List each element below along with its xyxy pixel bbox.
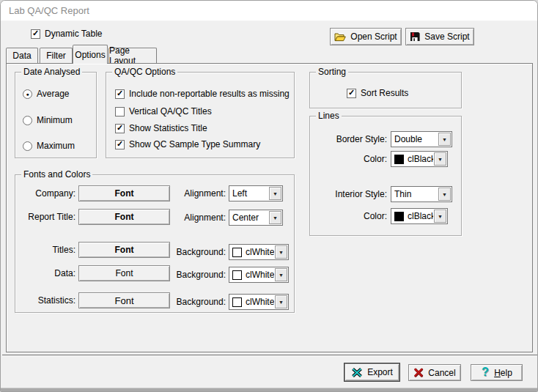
floppy-disk-icon (410, 32, 420, 42)
statistics-font-button[interactable]: Font (78, 292, 170, 308)
open-script-label: Open Script (350, 32, 397, 42)
border-style-label: Border Style: (317, 131, 387, 147)
window-title: Lab QA/QC Report (9, 5, 89, 16)
interior-color-value: clBlack (408, 211, 433, 221)
svg-text:?: ? (482, 366, 489, 378)
radio-average-label: Average (37, 89, 69, 99)
chevron-down-icon[interactable]: ▼ (275, 245, 287, 259)
data-background-select[interactable]: clWhite ▼ (229, 267, 289, 283)
radio-minimum[interactable] (23, 116, 32, 125)
color-swatch (232, 297, 242, 307)
border-color-value: clBlack (408, 154, 433, 164)
nonreportable-checkbox[interactable]: ✓ (115, 89, 125, 99)
titles-background-select[interactable]: clWhite ▼ (229, 244, 289, 260)
statistics-background-value: clWhite (246, 297, 274, 307)
data-font-button[interactable]: Font (78, 265, 170, 281)
chevron-down-icon[interactable]: ▼ (269, 187, 281, 200)
open-folder-icon (334, 32, 346, 42)
chevron-down-icon[interactable]: ▼ (434, 210, 446, 223)
chevron-down-icon[interactable]: ▼ (438, 133, 451, 146)
radio-maximum-label: Maximum (37, 141, 75, 151)
statistics-label: Statistics: (17, 292, 75, 308)
check-icon: ✓ (32, 29, 39, 37)
help-button[interactable]: ? ? Help (471, 364, 523, 381)
interior-color-select[interactable]: clBlack ▼ (391, 208, 448, 224)
company-label: Company: (17, 185, 75, 201)
lines-title: Lines (316, 111, 342, 121)
fonts-colors-title: Fonts and Colors (21, 169, 92, 180)
titles-font-button[interactable]: Font (78, 242, 170, 258)
date-analysed-group: Date Analysed ● Average Minimum Maximum (15, 72, 97, 158)
sort-results-checkbox[interactable]: ✓ (347, 89, 356, 98)
dynamic-table-checkbox[interactable]: ✓ (31, 29, 40, 39)
chevron-down-icon[interactable]: ▼ (269, 211, 281, 224)
data-label: Data: (17, 265, 75, 281)
company-alignment-value: Left (232, 188, 268, 199)
tab-data-label: Data (12, 51, 31, 61)
company-alignment-label: Alignment: (162, 185, 226, 201)
tab-filter[interactable]: Filter (40, 48, 73, 63)
qaqc-options-group: QA/QC Options ✓ Include non-reportable r… (106, 72, 295, 158)
tab-filter-label: Filter (46, 51, 66, 61)
cancel-button[interactable]: Cancel (408, 364, 461, 381)
interior-color-label: Color: (317, 208, 387, 224)
radio-row-average[interactable]: ● Average (23, 89, 69, 99)
color-swatch (394, 155, 404, 164)
checkbox-row-statistics-title[interactable]: ✓ Show Statistics Title (115, 123, 207, 133)
tab-options[interactable]: Options (73, 45, 108, 64)
vertical-titles-checkbox[interactable] (115, 107, 125, 117)
vertical-titles-label: Vertical QA/QC Titles (129, 106, 212, 117)
chevron-down-icon[interactable]: ▼ (434, 152, 446, 166)
company-alignment-select[interactable]: Left ▼ (229, 185, 283, 201)
sort-results-label: Sort Results (361, 88, 408, 98)
export-button[interactable]: Export (344, 363, 399, 381)
radio-dot: ● (26, 92, 29, 97)
nonreportable-label: Include non-reportable results as missin… (129, 89, 290, 99)
color-swatch (394, 212, 404, 221)
report-title-alignment-select[interactable]: Center ▼ (229, 210, 283, 226)
excel-x-icon (351, 368, 363, 377)
border-style-select[interactable]: Double ▼ (391, 131, 452, 147)
qc-summary-checkbox[interactable]: ✓ (115, 140, 125, 149)
tab-options-label: Options (75, 50, 105, 60)
checkbox-row-nonreportable[interactable]: ✓ Include non-reportable results as miss… (115, 89, 290, 99)
footer-separator (2, 355, 537, 356)
dynamic-table-label: Dynamic Table (45, 29, 102, 39)
border-style-value: Double (394, 134, 438, 144)
dynamic-table-checkbox-row[interactable]: ✓ Dynamic Table (31, 29, 102, 39)
interior-style-value: Thin (394, 189, 438, 199)
radio-average[interactable]: ● (23, 89, 32, 99)
qc-summary-label: Show QC Sample Type Summary (129, 139, 260, 149)
chevron-down-icon[interactable]: ▼ (275, 295, 287, 308)
report-title-font-button[interactable]: Font (78, 209, 170, 225)
statistics-background-select[interactable]: clWhite ▼ (229, 294, 289, 310)
tab-page-layout[interactable]: Page Layout (108, 48, 157, 63)
question-mark-icon: ? ? (481, 366, 490, 379)
titlebar[interactable]: Lab QA/QC Report (1, 1, 537, 21)
radio-row-maximum[interactable]: Maximum (23, 141, 75, 151)
check-icon: ✓ (348, 89, 355, 97)
titles-background-label: Background: (162, 244, 226, 260)
save-script-button[interactable]: Save Script (405, 28, 474, 45)
radio-maximum[interactable] (23, 141, 32, 151)
checkbox-row-sort-results[interactable]: ✓ Sort Results (347, 88, 408, 98)
company-font-button[interactable]: Font (78, 185, 170, 201)
chevron-down-icon[interactable]: ▼ (275, 268, 287, 281)
chevron-down-icon[interactable]: ▼ (438, 188, 451, 201)
radio-row-minimum[interactable]: Minimum (23, 115, 73, 125)
help-label: Help (494, 368, 512, 378)
tab-data[interactable]: Data (6, 48, 38, 63)
statistics-title-checkbox[interactable]: ✓ (115, 124, 125, 133)
check-icon: ✓ (117, 89, 123, 97)
open-script-button[interactable]: Open Script (330, 28, 402, 45)
checkbox-row-qc-summary[interactable]: ✓ Show QC Sample Type Summary (115, 139, 260, 149)
color-swatch (232, 270, 242, 280)
date-analysed-title: Date Analysed (21, 67, 82, 77)
dialog-window: Lab QA/QC Report ✓ Dynamic Table Open Sc… (0, 0, 538, 392)
border-color-select[interactable]: clBlack ▼ (391, 151, 448, 167)
data-background-label: Background: (162, 267, 226, 283)
checkbox-row-vertical-titles[interactable]: Vertical QA/QC Titles (115, 106, 212, 117)
window-bottom-frame (1, 388, 538, 392)
interior-style-select[interactable]: Thin ▼ (391, 186, 452, 202)
color-swatch (232, 248, 242, 257)
